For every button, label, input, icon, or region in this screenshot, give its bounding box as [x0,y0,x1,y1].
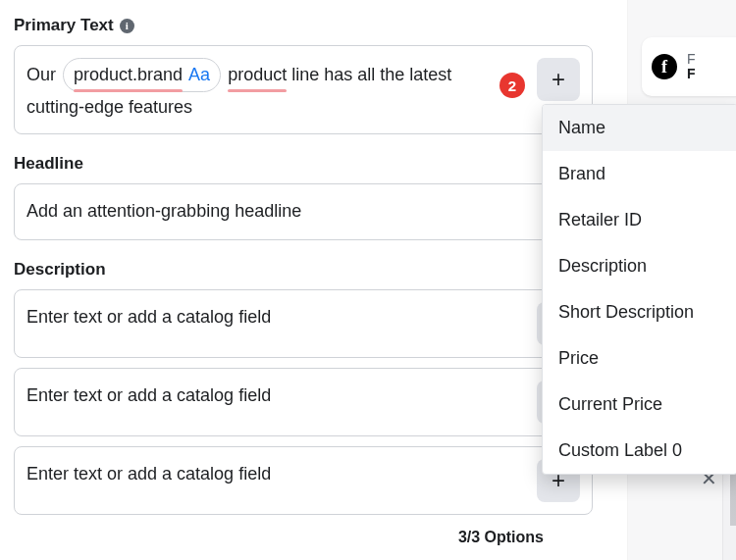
description-placeholder: Enter text or add a catalog field [26,381,529,410]
options-count: 3/3 Options [14,515,593,546]
headline-field[interactable]: Add an attention-grabbing headline [14,183,593,240]
add-catalog-field-button[interactable]: + [537,58,580,101]
dropdown-item-retailer-id[interactable]: Retailer ID [543,197,736,243]
dropdown-item-custom-label-0[interactable]: Custom Label 0 [543,428,736,474]
description-field-1[interactable]: Enter text or add a catalog field + [14,289,593,358]
dropdown-item-brand[interactable]: Brand [543,151,736,197]
primary-text-content[interactable]: Our product.brand Aa product line has al… [26,58,529,122]
preview-thumbnail [722,461,736,560]
ad-creative-editor: f FF ✕ Primary Text i Our product.brand … [0,0,736,560]
description-field-2[interactable]: Enter text or add a catalog field + [14,368,593,436]
dropdown-item-short-description[interactable]: Short Description [543,289,736,335]
facebook-icon: f [652,54,677,79]
catalog-field-dropdown[interactable]: Name Brand Retailer ID Description Short… [542,104,736,475]
primary-text-label: Primary Text i [14,16,593,35]
description-placeholder: Enter text or add a catalog field [26,302,529,331]
plus-icon: + [552,68,565,91]
description-label: Description [14,260,593,280]
preview-platform-label: FF [687,52,696,81]
annotation-badge-2: 2 [499,73,525,98]
chip-variable: product.brand [74,60,183,89]
dropdown-item-price[interactable]: Price [543,335,736,382]
headline-label: Headline [14,154,593,174]
dropdown-item-description[interactable]: Description [543,243,736,289]
dropdown-item-current-price[interactable]: Current Price [543,382,736,428]
preview-platform-card[interactable]: f FF [642,37,736,96]
headline-placeholder: Add an attention-grabbing headline [26,196,580,226]
description-placeholder: Enter text or add a catalog field [26,459,529,488]
spellcheck-word: product [228,60,287,89]
catalog-chip-product-brand[interactable]: product.brand Aa [63,58,221,92]
chip-case-icon[interactable]: Aa [188,60,210,89]
dropdown-item-name[interactable]: Name [543,105,736,151]
description-field-3[interactable]: Enter text or add a catalog field + [14,446,593,515]
info-icon[interactable]: i [120,19,134,33]
